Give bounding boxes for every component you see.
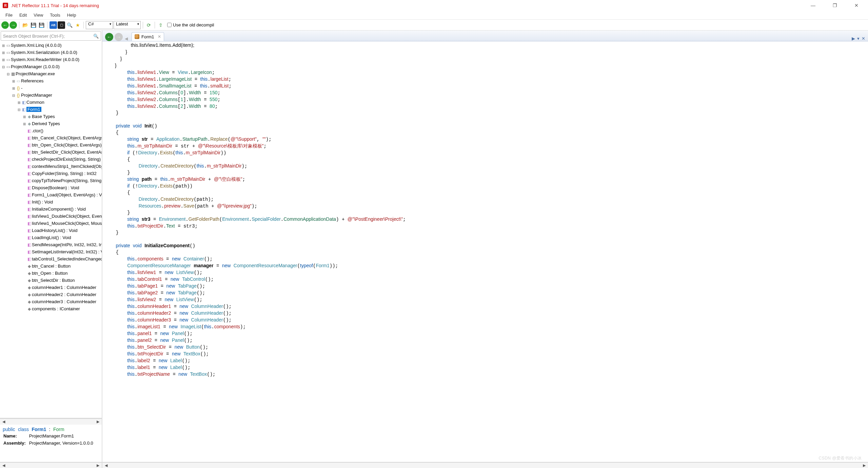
code-nav-fwd-icon[interactable]: →: [115, 33, 123, 41]
close-button[interactable]: ✕: [850, 3, 863, 8]
object-tree[interactable]: ⊞▭System.Xml.Linq (4.0.0.0) ⊞▭System.Xml…: [0, 41, 102, 313]
tree-member[interactable]: ◧tabControl1_SelectedIndexChanged(Objec: [0, 256, 102, 263]
tree-member[interactable]: ◧InitializeComponent() : Void: [0, 206, 102, 213]
tree-derived-types[interactable]: Derived Types: [32, 121, 60, 126]
nav-chevron-left-icon[interactable]: ◀: [123, 36, 129, 41]
tree-member[interactable]: ◆columnHeader3 : ColumnHeader: [0, 298, 102, 306]
tree-base-types[interactable]: Base Types: [32, 114, 55, 119]
code-editor[interactable]: this.listView1.Items.Add(item); } } } th…: [102, 41, 868, 462]
tree-member[interactable]: ◆btn_Open : Button: [0, 270, 102, 277]
tree-exe[interactable]: ProjectManager.exe: [16, 71, 55, 76]
tab-overflow-chevron-icon[interactable]: ▶: [852, 36, 855, 41]
tree-refs[interactable]: References: [21, 78, 43, 83]
tab-form1[interactable]: Form1 ✕: [132, 32, 164, 41]
export-icon[interactable]: ⇧: [157, 21, 164, 29]
type-signature: public class Form1 : Form: [3, 427, 99, 432]
tree-asm-ser[interactable]: System.Xml.Serialization (4.0.0.0): [11, 50, 77, 55]
menu-edit[interactable]: Edit: [17, 12, 29, 18]
minimize-button[interactable]: —: [807, 3, 819, 8]
tree-asm-pm[interactable]: ProjectManager (1.0.0.0): [11, 64, 60, 69]
scroll-right-icon[interactable]: ▶: [861, 463, 868, 468]
scroll-left-icon[interactable]: ◀: [0, 420, 7, 424]
tree-member[interactable]: ◆columnHeader2 : ColumnHeader: [0, 291, 102, 298]
tree-member[interactable]: ◧SendMessage(IntPtr, Int32, Int32, Int32…: [0, 241, 102, 249]
code-tab-strip: ← → ◀ Form1 ✕ ▶ ▾ ✕: [102, 31, 868, 41]
tree-member[interactable]: ◆btn_SelectDir : Button: [0, 277, 102, 284]
app-icon: R: [3, 3, 8, 8]
scroll-right-icon[interactable]: ▶: [94, 420, 102, 424]
tree-hscroll[interactable]: ◀ ▶: [0, 418, 102, 425]
tree-member[interactable]: ◧CopyFolder(String, String) : Int32: [0, 170, 102, 177]
menu-tools[interactable]: Tools: [47, 12, 63, 18]
summary-panel: public class Form1 : Form Name:ProjectMa…: [0, 425, 102, 462]
tree-common[interactable]: Common: [26, 100, 44, 105]
scroll-left-icon[interactable]: ◀: [102, 463, 110, 468]
saveall-icon[interactable]: 💾: [38, 21, 45, 29]
main-toolbar: ← → 📂 💾 💾 AB ▢ 🔍 ★ C# Latest ⟳ ⇧ Use the…: [0, 20, 868, 31]
code-nav-back-icon[interactable]: ←: [105, 33, 113, 41]
tree-member[interactable]: ◧listView1_DoubleClick(Object, EventArgs…: [0, 213, 102, 220]
tree-member[interactable]: ◆columnHeader1 : ColumnHeader: [0, 284, 102, 291]
code-bottom-hscroll[interactable]: ◀▶: [102, 462, 868, 468]
tree-member[interactable]: ◧copyTplToNewProject(String, String, Str…: [0, 177, 102, 184]
scroll-right-icon[interactable]: ▶: [94, 463, 102, 468]
nav-forward-icon[interactable]: →: [9, 21, 17, 29]
tree-member[interactable]: ◧contextMenuStrip1_ItemClicked(Object, T…: [0, 163, 102, 170]
search-placeholder: Search Object Browser (Ctrl-F);: [3, 34, 65, 39]
refresh-icon[interactable]: ⟳: [145, 21, 153, 29]
tree-member[interactable]: ◧btn_SelectDir_Click(Object, EventArgs) …: [0, 149, 102, 156]
scroll-left-icon[interactable]: ◀: [0, 463, 7, 468]
search-icon[interactable]: 🔍: [66, 21, 73, 29]
info-name-label: Name:: [3, 433, 28, 439]
menu-view[interactable]: View: [31, 12, 46, 18]
tree-member[interactable]: ◧listView1_MouseClick(Object, MouseEvent…: [0, 220, 102, 227]
info-asm-label: Assembly:: [3, 440, 28, 446]
save-icon[interactable]: 💾: [29, 21, 37, 29]
code-pane: ← → ◀ Form1 ✕ ▶ ▾ ✕ this.listView1.Items…: [102, 31, 868, 462]
maximize-button[interactable]: ❐: [829, 3, 841, 8]
language-combo[interactable]: C#: [86, 21, 113, 29]
menu-help[interactable]: Help: [64, 12, 79, 18]
tree-member[interactable]: ◧btn_Open_Click(Object, EventArgs) : Voi…: [0, 142, 102, 149]
tree-member[interactable]: ◆components : IContainer: [0, 306, 102, 313]
info-asm-val: ProjectManager, Version=1.0.0.0: [29, 440, 96, 446]
tree-member[interactable]: ◧SetImageListInterval(Int32, Int32) : Vo…: [0, 249, 102, 256]
tab-closeall-icon[interactable]: ✕: [862, 36, 865, 41]
tree-member[interactable]: ◧checkProjectDirExist(String, String) : …: [0, 156, 102, 163]
tab-menu-icon[interactable]: ▾: [857, 36, 860, 41]
left-bottom-hscroll[interactable]: ◀▶: [0, 462, 102, 468]
console-icon[interactable]: ▢: [58, 21, 65, 29]
tree-form1[interactable]: Form1: [26, 107, 41, 112]
tree-ns[interactable]: ProjectManager: [21, 93, 52, 98]
nav-back-icon[interactable]: ←: [1, 21, 9, 29]
tree-member[interactable]: ◧Init() : Void: [0, 199, 102, 206]
tree-asm-linq[interactable]: System.Xml.Linq (4.0.0.0): [11, 43, 62, 48]
menu-file[interactable]: File: [3, 12, 15, 18]
tree-member[interactable]: ◧.ctor(): [0, 128, 102, 135]
search-input[interactable]: Search Object Browser (Ctrl-F); 🔍: [1, 31, 101, 41]
old-decompil-check-input[interactable]: [167, 23, 172, 27]
class-icon: [135, 34, 139, 39]
tree-member[interactable]: ◆btn_Cancel : Button: [0, 263, 102, 270]
tree-ns-dash[interactable]: -: [21, 85, 22, 91]
version-combo[interactable]: Latest: [114, 21, 141, 29]
tab-close-icon[interactable]: ✕: [158, 34, 161, 39]
bookmark-icon[interactable]: ★: [74, 21, 81, 29]
search-glass-icon[interactable]: 🔍: [93, 34, 99, 39]
tree-member[interactable]: ◧Dispose(Boolean) : Void: [0, 184, 102, 192]
info-name-val: ProjectManager.Form1: [29, 433, 96, 439]
tree-member[interactable]: ◧LoadImgList() : Void: [0, 234, 102, 241]
assembly-icon[interactable]: AB: [50, 21, 57, 29]
old-decompil-checkbox[interactable]: Use the old decompil: [167, 22, 214, 27]
open-icon[interactable]: 📂: [21, 21, 29, 29]
object-browser-pane: Search Object Browser (Ctrl-F); 🔍 ⊞▭Syst…: [0, 31, 102, 462]
tree-member[interactable]: ◧btn_Cancel_Click(Object, EventArgs) : V…: [0, 135, 102, 142]
old-decompil-label: Use the old decompil: [173, 22, 214, 27]
window-title: .NET Reflector 11.1 Trial - 14 days rema…: [11, 3, 99, 8]
tree-member[interactable]: ◧LoadHistoryList() : Void: [0, 227, 102, 234]
tree-member[interactable]: ◧Form1_Load(Object, EventArgs) : Void: [0, 192, 102, 199]
title-bar: R .NET Reflector 11.1 Trial - 14 days re…: [0, 0, 868, 11]
tab-label: Form1: [141, 34, 154, 39]
menu-bar: File Edit View Tools Help: [0, 11, 868, 20]
tree-asm-rw[interactable]: System.Xml.ReaderWriter (4.0.0.0): [11, 57, 79, 62]
